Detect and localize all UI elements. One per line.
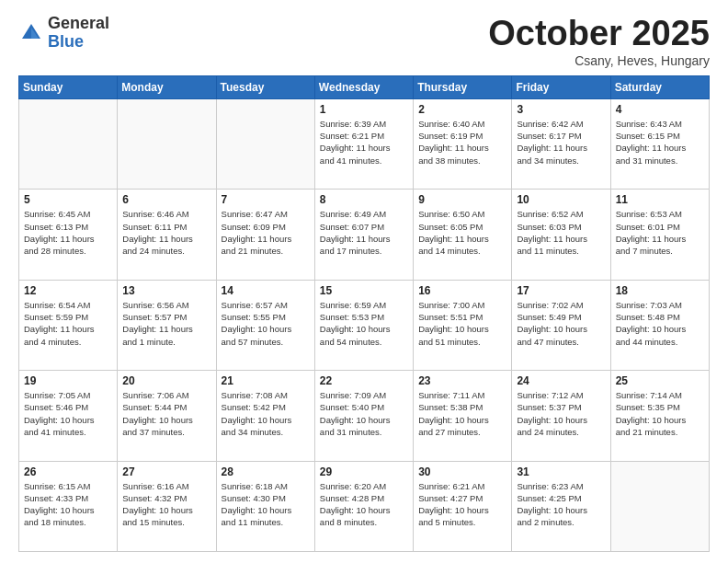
location-subtitle: Csany, Heves, Hungary (488, 53, 710, 68)
calendar-cell: 19Sunrise: 7:05 AMSunset: 5:46 PMDayligh… (19, 371, 118, 461)
calendar-cell: 6Sunrise: 6:46 AMSunset: 6:11 PMDaylight… (118, 190, 216, 280)
calendar-cell: 15Sunrise: 6:59 AMSunset: 5:53 PMDayligh… (314, 280, 413, 370)
calendar-cell: 26Sunrise: 6:15 AMSunset: 4:33 PMDayligh… (19, 461, 118, 551)
day-info: Sunrise: 7:14 AMSunset: 5:35 PMDaylight:… (616, 389, 704, 438)
calendar-cell: 4Sunrise: 6:43 AMSunset: 6:15 PMDaylight… (610, 98, 709, 189)
day-number: 3 (517, 103, 605, 116)
logo-blue: Blue (48, 33, 109, 52)
day-info: Sunrise: 6:16 AMSunset: 4:32 PMDaylight:… (122, 480, 210, 529)
calendar-cell: 23Sunrise: 7:11 AMSunset: 5:38 PMDayligh… (414, 371, 512, 461)
calendar-cell: 14Sunrise: 6:57 AMSunset: 5:55 PMDayligh… (216, 280, 314, 370)
title-block: October 2025 Csany, Heves, Hungary (488, 15, 710, 68)
calendar-cell: 22Sunrise: 7:09 AMSunset: 5:40 PMDayligh… (314, 371, 413, 461)
day-info: Sunrise: 6:49 AMSunset: 6:07 PMDaylight:… (320, 208, 408, 257)
calendar-cell (610, 461, 709, 551)
calendar-cell: 29Sunrise: 6:20 AMSunset: 4:28 PMDayligh… (314, 461, 413, 551)
calendar-cell (19, 98, 118, 189)
calendar-cell: 24Sunrise: 7:12 AMSunset: 5:37 PMDayligh… (512, 371, 610, 461)
day-number: 10 (517, 193, 605, 206)
day-number: 27 (122, 465, 210, 478)
day-info: Sunrise: 6:23 AMSunset: 4:25 PMDaylight:… (517, 480, 605, 529)
calendar-cell: 20Sunrise: 7:06 AMSunset: 5:44 PMDayligh… (118, 371, 216, 461)
day-number: 20 (122, 374, 210, 387)
col-friday: Friday (512, 75, 610, 98)
day-info: Sunrise: 7:11 AMSunset: 5:38 PMDaylight:… (418, 389, 506, 438)
calendar-cell: 10Sunrise: 6:52 AMSunset: 6:03 PMDayligh… (512, 190, 610, 280)
calendar-cell: 2Sunrise: 6:40 AMSunset: 6:19 PMDaylight… (414, 98, 512, 189)
day-number: 16 (418, 284, 506, 297)
calendar-header-row: Sunday Monday Tuesday Wednesday Thursday… (19, 75, 710, 98)
calendar-cell: 30Sunrise: 6:21 AMSunset: 4:27 PMDayligh… (414, 461, 512, 551)
day-number: 17 (517, 284, 605, 297)
day-info: Sunrise: 6:46 AMSunset: 6:11 PMDaylight:… (122, 208, 210, 257)
day-number: 5 (24, 193, 112, 206)
calendar-cell: 27Sunrise: 6:16 AMSunset: 4:32 PMDayligh… (118, 461, 216, 551)
calendar-cell: 25Sunrise: 7:14 AMSunset: 5:35 PMDayligh… (610, 371, 709, 461)
logo-icon (18, 20, 44, 46)
calendar-cell: 18Sunrise: 7:03 AMSunset: 5:48 PMDayligh… (610, 280, 709, 370)
calendar-week-row: 5Sunrise: 6:45 AMSunset: 6:13 PMDaylight… (19, 190, 710, 280)
calendar-cell: 9Sunrise: 6:50 AMSunset: 6:05 PMDaylight… (414, 190, 512, 280)
day-info: Sunrise: 7:08 AMSunset: 5:42 PMDaylight:… (222, 389, 310, 438)
day-number: 26 (24, 465, 112, 478)
day-info: Sunrise: 6:40 AMSunset: 6:19 PMDaylight:… (418, 118, 506, 167)
day-info: Sunrise: 6:45 AMSunset: 6:13 PMDaylight:… (24, 208, 112, 257)
day-number: 13 (122, 284, 210, 297)
day-info: Sunrise: 7:09 AMSunset: 5:40 PMDaylight:… (320, 389, 408, 438)
day-info: Sunrise: 6:50 AMSunset: 6:05 PMDaylight:… (418, 208, 506, 257)
day-info: Sunrise: 6:53 AMSunset: 6:01 PMDaylight:… (616, 208, 704, 257)
day-number: 11 (616, 193, 704, 206)
calendar-cell: 11Sunrise: 6:53 AMSunset: 6:01 PMDayligh… (610, 190, 709, 280)
logo-general: General (48, 15, 109, 33)
col-sunday: Sunday (19, 75, 118, 98)
calendar-week-row: 26Sunrise: 6:15 AMSunset: 4:33 PMDayligh… (19, 461, 710, 551)
calendar-cell: 5Sunrise: 6:45 AMSunset: 6:13 PMDaylight… (19, 190, 118, 280)
day-number: 15 (320, 284, 408, 297)
day-info: Sunrise: 6:15 AMSunset: 4:33 PMDaylight:… (24, 480, 112, 529)
day-number: 22 (320, 374, 408, 387)
day-info: Sunrise: 6:52 AMSunset: 6:03 PMDaylight:… (517, 208, 605, 257)
day-info: Sunrise: 7:00 AMSunset: 5:51 PMDaylight:… (418, 299, 506, 348)
day-number: 23 (418, 374, 506, 387)
day-info: Sunrise: 6:39 AMSunset: 6:21 PMDaylight:… (320, 118, 408, 167)
day-info: Sunrise: 7:02 AMSunset: 5:49 PMDaylight:… (517, 299, 605, 348)
day-info: Sunrise: 6:18 AMSunset: 4:30 PMDaylight:… (222, 480, 310, 529)
calendar-week-row: 1Sunrise: 6:39 AMSunset: 6:21 PMDaylight… (19, 98, 710, 189)
day-number: 31 (517, 465, 605, 478)
day-number: 7 (222, 193, 310, 206)
page: General Blue October 2025 Csany, Heves, … (0, 0, 728, 563)
day-info: Sunrise: 7:05 AMSunset: 5:46 PMDaylight:… (24, 389, 112, 438)
calendar-cell: 8Sunrise: 6:49 AMSunset: 6:07 PMDaylight… (314, 190, 413, 280)
day-info: Sunrise: 6:59 AMSunset: 5:53 PMDaylight:… (320, 299, 408, 348)
day-info: Sunrise: 7:03 AMSunset: 5:48 PMDaylight:… (616, 299, 704, 348)
day-number: 4 (616, 103, 704, 116)
day-number: 21 (222, 374, 310, 387)
calendar-cell: 3Sunrise: 6:42 AMSunset: 6:17 PMDaylight… (512, 98, 610, 189)
calendar-cell (216, 98, 314, 189)
calendar-cell: 12Sunrise: 6:54 AMSunset: 5:59 PMDayligh… (19, 280, 118, 370)
calendar-cell: 28Sunrise: 6:18 AMSunset: 4:30 PMDayligh… (216, 461, 314, 551)
day-number: 24 (517, 374, 605, 387)
header: General Blue October 2025 Csany, Heves, … (18, 15, 710, 68)
day-number: 18 (616, 284, 704, 297)
day-number: 12 (24, 284, 112, 297)
day-info: Sunrise: 6:54 AMSunset: 5:59 PMDaylight:… (24, 299, 112, 348)
calendar-table: Sunday Monday Tuesday Wednesday Thursday… (18, 75, 710, 552)
calendar-cell: 13Sunrise: 6:56 AMSunset: 5:57 PMDayligh… (118, 280, 216, 370)
calendar-week-row: 12Sunrise: 6:54 AMSunset: 5:59 PMDayligh… (19, 280, 710, 370)
day-info: Sunrise: 7:12 AMSunset: 5:37 PMDaylight:… (517, 389, 605, 438)
day-number: 19 (24, 374, 112, 387)
day-number: 25 (616, 374, 704, 387)
day-number: 6 (122, 193, 210, 206)
day-number: 2 (418, 103, 506, 116)
day-info: Sunrise: 6:56 AMSunset: 5:57 PMDaylight:… (122, 299, 210, 348)
day-info: Sunrise: 6:57 AMSunset: 5:55 PMDaylight:… (222, 299, 310, 348)
day-number: 14 (222, 284, 310, 297)
day-number: 29 (320, 465, 408, 478)
calendar-week-row: 19Sunrise: 7:05 AMSunset: 5:46 PMDayligh… (19, 371, 710, 461)
day-number: 8 (320, 193, 408, 206)
day-info: Sunrise: 6:43 AMSunset: 6:15 PMDaylight:… (616, 118, 704, 167)
day-info: Sunrise: 7:06 AMSunset: 5:44 PMDaylight:… (122, 389, 210, 438)
col-tuesday: Tuesday (216, 75, 314, 98)
calendar-cell: 31Sunrise: 6:23 AMSunset: 4:25 PMDayligh… (512, 461, 610, 551)
